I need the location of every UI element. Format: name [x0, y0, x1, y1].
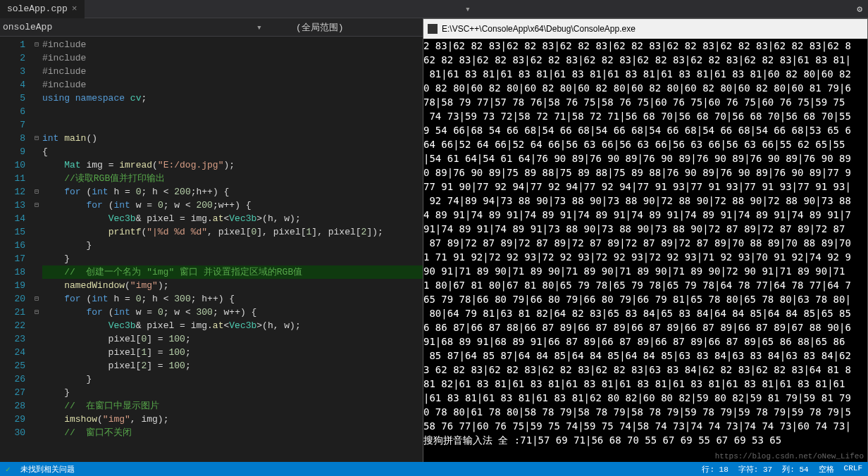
fold-toggle	[31, 359, 42, 372]
fold-toggle	[31, 346, 42, 359]
fold-toggle	[31, 239, 42, 252]
line-number: 12	[0, 185, 25, 199]
code-line[interactable]: for (int h = 0; h < 200;h++) {	[42, 185, 423, 199]
fold-toggle	[31, 212, 42, 225]
fold-toggle[interactable]: ⊟	[31, 292, 42, 306]
fold-column: ⊟⊟⊟⊟⊟⊟	[31, 37, 42, 462]
fold-toggle	[31, 399, 42, 413]
fold-toggle	[31, 225, 42, 239]
console-titlebar[interactable]: E:\VSC++\ConsoleApp\x64\Debug\ConsoleApp…	[423, 19, 867, 39]
code-line[interactable]: #include	[42, 65, 423, 78]
code-line[interactable]: // 创建一个名为 "img" 窗口 并设置指定区域的RGB值	[42, 265, 423, 279]
fold-toggle	[31, 332, 42, 346]
line-number: 20	[0, 292, 25, 306]
fold-toggle	[31, 92, 42, 105]
code-line[interactable]: for (int h = 0; h < 300; h++) {	[42, 292, 423, 306]
code-line[interactable]: //读取RGB值并打印输出	[42, 172, 423, 185]
line-number: 26	[0, 372, 25, 386]
breadcrumb-class[interactable]: onsoleApp ▾	[0, 18, 268, 36]
line-number: 7	[0, 118, 25, 132]
line-number: 21	[0, 306, 25, 319]
console-output[interactable]: 2 83|62 82 83|62 82 83|62 82 83|62 82 83…	[423, 39, 867, 463]
code-line[interactable]: for (int w = 0; w < 300; w++) {	[42, 306, 423, 319]
line-number: 17	[0, 252, 25, 265]
fold-toggle	[31, 78, 42, 92]
fold-toggle	[31, 51, 42, 65]
line-number: 29	[0, 413, 25, 426]
code-line[interactable]: Vec3b& pixel = img.at<Vec3b>(h, w);	[42, 212, 423, 225]
check-icon: ✓	[6, 465, 11, 474]
fold-toggle	[31, 118, 42, 132]
watermark: https://blog.csdn.net/oNew_Lifeo	[715, 452, 864, 461]
status-spaces[interactable]: 空格	[819, 464, 834, 475]
code-line[interactable]: pixel[0] = 100;	[42, 332, 423, 346]
code-line[interactable]: Vec3b& pixel = img.at<Vec3b>(h, w);	[42, 319, 423, 332]
file-tab[interactable]: soleApp.cpp ×	[0, 0, 85, 18]
fold-toggle[interactable]: ⊟	[31, 38, 42, 51]
line-number: 15	[0, 225, 25, 239]
code-line[interactable]: }	[42, 252, 423, 265]
status-line[interactable]: 行: 18	[702, 464, 728, 475]
console-title-text: E:\VSC++\ConsoleApp\x64\Debug\ConsoleApp…	[442, 24, 636, 34]
code-line[interactable]: namedWindow("img");	[42, 279, 423, 292]
line-number: 3	[0, 65, 25, 78]
fold-toggle	[31, 265, 42, 279]
status-crlf[interactable]: CRLF	[844, 464, 862, 475]
line-number: 11	[0, 172, 25, 185]
fold-toggle	[31, 372, 42, 386]
code-line[interactable]: Mat img = imread("E:/dog.jpg");	[42, 158, 423, 172]
fold-toggle	[31, 65, 42, 78]
issues-label[interactable]: 未找到相关问题	[20, 464, 75, 475]
line-number: 19	[0, 279, 25, 292]
code-line[interactable]: pixel[2] = 100;	[42, 359, 423, 372]
fold-toggle[interactable]: ⊟	[31, 306, 42, 319]
fold-toggle[interactable]: ⊟	[31, 132, 42, 145]
status-col[interactable]: 列: 54	[782, 464, 808, 475]
fold-toggle	[31, 158, 42, 172]
code-line[interactable]	[42, 105, 423, 118]
fold-toggle	[31, 172, 42, 185]
code-line[interactable]: #include	[42, 78, 423, 92]
line-number: 28	[0, 399, 25, 413]
line-number: 9	[0, 145, 25, 158]
line-gutter: 1234567891011121314151617181920212223242…	[0, 37, 31, 462]
code-line[interactable]: }	[42, 239, 423, 252]
code-line[interactable]	[42, 118, 423, 132]
chevron-down-icon[interactable]: ▾	[256, 22, 268, 33]
code-line[interactable]: for (int w = 0; w < 200;w++) {	[42, 199, 423, 212]
code-line[interactable]: // 在窗口中显示图片	[42, 399, 423, 413]
code-line[interactable]: printf("|%d %d %d", pixel[0], pixel[1], …	[42, 225, 423, 239]
line-number: 6	[0, 105, 25, 118]
code-line[interactable]: // 窗口不关闭	[42, 426, 423, 439]
code-line[interactable]: imshow("img", img);	[42, 413, 423, 426]
fold-toggle[interactable]: ⊟	[31, 199, 42, 212]
line-number: 14	[0, 212, 25, 225]
code-line[interactable]: {	[42, 145, 423, 158]
code-line[interactable]: }	[42, 386, 423, 399]
console-window: E:\VSC++\ConsoleApp\x64\Debug\ConsoleApp…	[423, 18, 868, 463]
line-number: 30	[0, 426, 25, 439]
tab-bar: soleApp.cpp × ▾ ⚙	[0, 0, 868, 18]
fold-toggle	[31, 319, 42, 332]
code-line[interactable]: }	[42, 372, 423, 386]
line-number: 22	[0, 319, 25, 332]
status-bar: ✓ 未找到相关问题 行: 18 字符: 37 列: 54 空格 CRLF	[0, 462, 868, 476]
code-editor[interactable]: 1234567891011121314151617181920212223242…	[0, 37, 423, 462]
fold-toggle	[31, 279, 42, 292]
line-number: 27	[0, 386, 25, 399]
gear-icon[interactable]: ⚙	[851, 4, 868, 15]
line-number: 25	[0, 359, 25, 372]
line-number: 13	[0, 199, 25, 212]
close-icon[interactable]: ×	[72, 4, 78, 14]
code-area[interactable]: #include #include #include #include usin…	[42, 37, 423, 462]
line-number: 4	[0, 78, 25, 92]
status-chars[interactable]: 字符: 37	[738, 464, 772, 475]
code-line[interactable]: int main()	[42, 132, 423, 145]
code-line[interactable]: #include	[42, 51, 423, 65]
fold-toggle[interactable]: ⊟	[31, 185, 42, 199]
tab-dropdown-icon[interactable]: ▾	[464, 4, 472, 15]
code-line[interactable]: #include	[42, 38, 423, 51]
code-line[interactable]: pixel[1] = 100;	[42, 346, 423, 359]
line-number: 18	[0, 265, 25, 279]
code-line[interactable]: using namespace cv;	[42, 92, 423, 105]
